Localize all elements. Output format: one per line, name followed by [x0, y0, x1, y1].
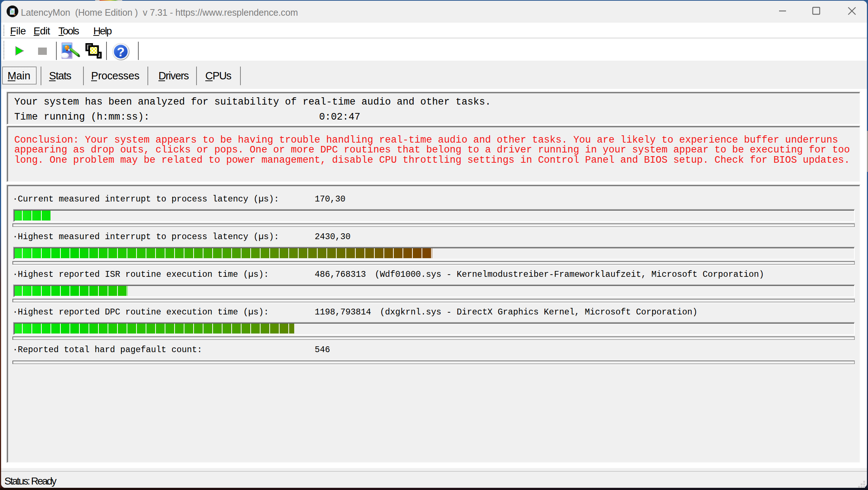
- svg-text:?: ?: [117, 45, 124, 59]
